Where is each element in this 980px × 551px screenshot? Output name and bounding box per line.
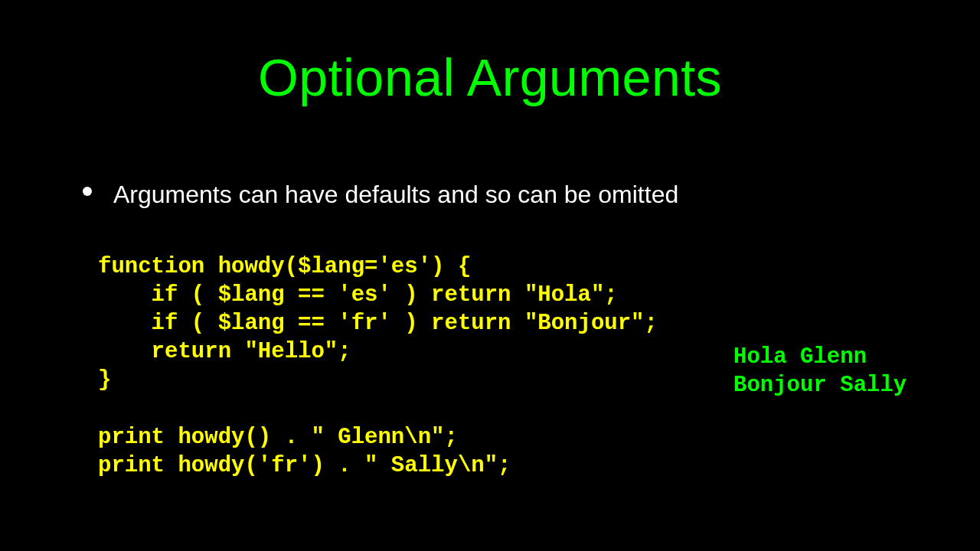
slide: Optional Arguments Arguments can have de… (0, 0, 980, 551)
code-block: function howdy($lang='es') { if ( $lang … (98, 253, 658, 480)
bullet-icon (83, 187, 92, 196)
bullet-text: Arguments can have defaults and so can b… (113, 181, 678, 209)
bullet-item: Arguments can have defaults and so can b… (83, 181, 678, 209)
output-block: Hola Glenn Bonjour Sally (733, 343, 906, 399)
slide-title: Optional Arguments (0, 47, 980, 107)
